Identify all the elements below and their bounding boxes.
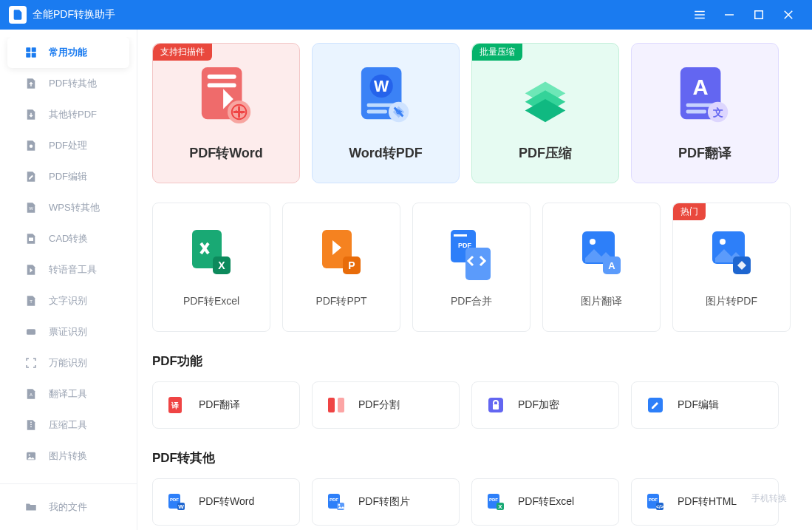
func-pdf-to-excel[interactable]: PDFX PDF转Excel bbox=[471, 478, 619, 526]
sidebar-item-label: 翻译工具 bbox=[49, 387, 87, 401]
featured-pdf-to-word[interactable]: 支持扫描件 PDF转Word bbox=[152, 43, 300, 183]
svg-rect-3 bbox=[26, 53, 30, 58]
func-pdf-edit[interactable]: PDF编辑 bbox=[631, 381, 779, 429]
sidebar-item-compress[interactable]: 压缩工具 bbox=[7, 410, 129, 441]
sidebar-item-pdf-edit[interactable]: PDF编辑 bbox=[7, 161, 129, 192]
edit-icon bbox=[24, 169, 38, 184]
import-icon bbox=[24, 107, 38, 122]
app-logo bbox=[9, 6, 27, 24]
small-cards-row: X PDF转Excel P PDF转PPT PDF PDF合并 A 图片翻译 热… bbox=[152, 203, 797, 332]
svg-rect-20 bbox=[367, 110, 387, 114]
svg-point-11 bbox=[29, 454, 30, 455]
card-pdf-to-excel[interactable]: X PDF转Excel bbox=[152, 203, 270, 332]
func-pdf-translate[interactable]: 译 PDF翻译 bbox=[152, 381, 300, 429]
sidebar-item-wps[interactable]: W WPS转其他 bbox=[7, 192, 129, 223]
maximize-button[interactable] bbox=[744, 0, 774, 30]
card-label: 图片转PDF bbox=[706, 295, 757, 308]
app-title: 全能PDF转换助手 bbox=[33, 8, 115, 21]
sidebar-item-other-to-pdf[interactable]: 其他转PDF bbox=[7, 99, 129, 130]
folder-icon bbox=[24, 500, 38, 514]
scan-icon bbox=[24, 356, 38, 370]
featured-row: 支持扫描件 PDF转Word W⟳ Word转PDF 批量压缩 PDF压缩 bbox=[152, 43, 797, 183]
pdf-translate-mini-icon: 译 bbox=[166, 395, 187, 415]
sidebar: 常用功能 PDF转其他 其他转PDF PDF处理 PDF编辑 W WPS转其他 bbox=[0, 30, 137, 530]
svg-text:W: W bbox=[178, 503, 184, 510]
svg-rect-14 bbox=[208, 84, 236, 88]
sidebar-item-label: PDF编辑 bbox=[49, 170, 87, 183]
sidebar-item-cad[interactable]: CAD转换 bbox=[7, 223, 129, 254]
svg-text:W: W bbox=[374, 78, 389, 95]
sidebar-item-pdf-to-other[interactable]: PDF转其他 bbox=[7, 68, 129, 99]
svg-text:X: X bbox=[218, 259, 225, 271]
svg-text:</>: </> bbox=[656, 504, 663, 509]
pdf-to-word-icon bbox=[197, 64, 255, 131]
word-to-pdf-icon: W⟳ bbox=[357, 64, 414, 131]
sidebar-item-my-files[interactable]: 我的文件 bbox=[7, 492, 129, 523]
zip-icon bbox=[24, 418, 38, 432]
image-translate-icon: A bbox=[578, 227, 625, 283]
badge-hot: 热门 bbox=[673, 203, 706, 220]
sidebar-item-audio[interactable]: 转语音工具 bbox=[7, 254, 129, 285]
featured-pdf-compress[interactable]: 批量压缩 PDF压缩 bbox=[471, 43, 619, 183]
wps-icon: W bbox=[24, 200, 38, 215]
func-pdf-to-image[interactable]: PDF PDF转图片 bbox=[312, 478, 460, 526]
menu-button[interactable] bbox=[685, 0, 714, 30]
floating-mobile-tag[interactable]: 手机转换 bbox=[751, 492, 787, 505]
func-pdf-to-word[interactable]: PDFW PDF转Word bbox=[152, 478, 300, 526]
svg-text:译: 译 bbox=[171, 401, 180, 410]
cad-icon bbox=[24, 231, 38, 246]
sidebar-item-universal-scan[interactable]: 万能识别 bbox=[7, 347, 129, 378]
card-pdf-merge[interactable]: PDF PDF合并 bbox=[412, 203, 530, 332]
sidebar-item-common[interactable]: 常用功能 bbox=[7, 37, 129, 68]
pdf-compress-icon bbox=[516, 64, 574, 131]
badge-batch-compress: 批量压缩 bbox=[472, 44, 522, 61]
card-label: PDF合并 bbox=[451, 295, 492, 308]
sidebar-item-label: 常用功能 bbox=[49, 46, 87, 59]
svg-rect-1 bbox=[26, 47, 30, 52]
svg-text:PDF: PDF bbox=[649, 497, 658, 502]
card-label: 图片翻译 bbox=[581, 295, 622, 308]
svg-rect-48 bbox=[328, 398, 335, 412]
featured-word-to-pdf[interactable]: W⟳ Word转PDF bbox=[312, 43, 460, 183]
card-image-translate[interactable]: A 图片翻译 bbox=[542, 203, 661, 332]
func-label: PDF翻译 bbox=[199, 398, 240, 412]
sidebar-item-translate[interactable]: A 翻译工具 bbox=[7, 378, 129, 410]
func-label: PDF加密 bbox=[518, 398, 559, 412]
func-label: PDF编辑 bbox=[678, 398, 719, 412]
pdf-split-mini-icon bbox=[326, 395, 347, 415]
ocr-icon: T bbox=[24, 293, 38, 308]
sidebar-item-label: 万能识别 bbox=[49, 356, 87, 370]
svg-text:T: T bbox=[30, 299, 33, 304]
svg-text:A: A bbox=[693, 75, 709, 99]
pdf-to-other-row: PDFW PDF转Word PDF PDF转图片 PDFX PDF转Excel … bbox=[152, 478, 797, 526]
pdf-encrypt-mini-icon bbox=[485, 395, 506, 415]
func-label: PDF转图片 bbox=[358, 495, 410, 509]
svg-rect-0 bbox=[755, 11, 763, 19]
sidebar-item-ocr[interactable]: T 文字识别 bbox=[7, 285, 129, 316]
sidebar-item-pdf-process[interactable]: PDF处理 bbox=[7, 130, 129, 161]
translate-icon: A bbox=[24, 387, 38, 401]
svg-point-5 bbox=[30, 145, 33, 149]
pdf-image-mini-icon: PDF bbox=[326, 492, 347, 512]
sidebar-item-label: 文字识别 bbox=[49, 294, 87, 308]
export-icon bbox=[24, 76, 38, 91]
card-pdf-to-ppt[interactable]: P PDF转PPT bbox=[282, 203, 400, 332]
svg-text:文: 文 bbox=[712, 106, 723, 118]
minimize-button[interactable] bbox=[714, 0, 744, 30]
svg-text:A: A bbox=[30, 393, 33, 397]
svg-rect-2 bbox=[32, 47, 36, 52]
sidebar-item-ticket[interactable]: 票证识别 bbox=[7, 316, 129, 347]
func-pdf-split[interactable]: PDF分割 bbox=[312, 381, 460, 429]
pdf-html-mini-icon: PDF</> bbox=[645, 492, 666, 512]
pdf-excel-mini-icon: PDFX bbox=[485, 492, 506, 512]
svg-text:PDF: PDF bbox=[170, 497, 179, 502]
svg-rect-36 bbox=[454, 234, 467, 237]
func-pdf-encrypt[interactable]: PDF加密 bbox=[471, 381, 619, 429]
featured-pdf-translate[interactable]: A文 PDF翻译 bbox=[631, 43, 779, 183]
close-button[interactable] bbox=[774, 0, 803, 30]
sidebar-item-image-convert[interactable]: 图片转换 bbox=[7, 441, 129, 472]
sidebar-item-label: CAD转换 bbox=[49, 232, 88, 245]
pdf-word-mini-icon: PDFW bbox=[166, 492, 187, 512]
svg-point-40 bbox=[590, 239, 596, 245]
card-image-to-pdf[interactable]: 热门 图片转PDF bbox=[672, 203, 791, 332]
